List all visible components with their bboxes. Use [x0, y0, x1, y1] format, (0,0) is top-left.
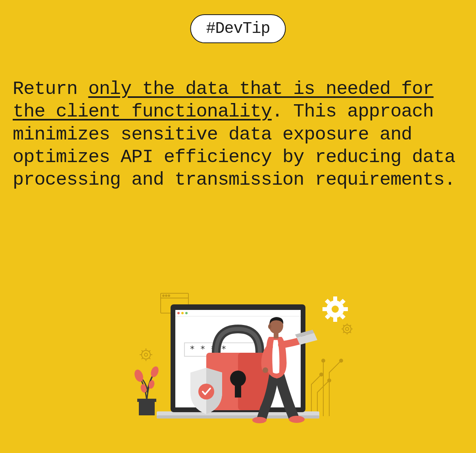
svg-point-2 [322, 359, 325, 362]
devtip-badge: #DevTip [190, 14, 286, 43]
svg-rect-5 [333, 296, 337, 301]
svg-point-31 [144, 353, 148, 356]
svg-line-20 [343, 325, 344, 326]
svg-point-49 [177, 312, 180, 314]
svg-point-61 [289, 416, 305, 423]
tip-prefix: Return [13, 78, 88, 99]
svg-point-50 [181, 312, 184, 314]
svg-line-36 [142, 350, 143, 352]
svg-point-27 [150, 365, 160, 378]
svg-rect-24 [139, 400, 155, 415]
svg-point-42 [163, 295, 164, 296]
svg-rect-7 [322, 307, 327, 311]
svg-point-0 [320, 373, 323, 376]
gear-small-icon [342, 323, 353, 334]
svg-point-66 [268, 324, 271, 329]
svg-point-60 [252, 417, 267, 423]
svg-line-23 [350, 325, 351, 326]
svg-line-38 [142, 358, 143, 359]
svg-rect-58 [235, 382, 241, 398]
svg-rect-8 [343, 307, 348, 311]
gear-white-icon [322, 296, 348, 322]
svg-line-39 [149, 350, 150, 352]
svg-point-43 [165, 295, 167, 296]
svg-point-59 [198, 384, 214, 399]
svg-point-3 [340, 359, 343, 362]
svg-point-30 [142, 350, 150, 359]
svg-point-63 [263, 367, 268, 373]
svg-point-13 [332, 306, 339, 313]
svg-point-44 [168, 295, 170, 296]
svg-line-37 [149, 358, 150, 359]
badge-label: #DevTip [206, 20, 270, 38]
gear-outline-icon [140, 348, 152, 361]
circuit-traces-icon [311, 359, 343, 416]
security-illustration: * * * * [115, 281, 361, 432]
svg-rect-6 [333, 317, 337, 322]
svg-point-51 [185, 312, 188, 314]
svg-line-21 [350, 332, 351, 333]
tip-text: Return only the data that is needed for … [13, 78, 465, 191]
laptop-icon: * * * * [157, 304, 319, 419]
plant-icon [133, 365, 160, 415]
svg-point-15 [345, 327, 349, 331]
svg-line-22 [343, 332, 344, 333]
